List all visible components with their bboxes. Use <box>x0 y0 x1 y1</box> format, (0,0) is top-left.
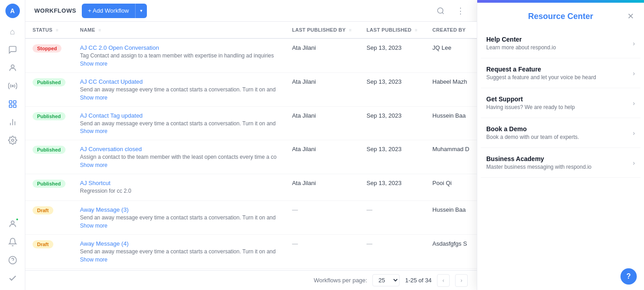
resource-item-3[interactable]: Book a Demo Book a demo with our team of… <box>481 118 640 148</box>
workflow-desc: Send an away message every time a contac… <box>80 214 277 222</box>
show-more-link[interactable]: Show more <box>80 95 277 101</box>
workflow-desc: Send an away message every time a contac… <box>80 120 277 128</box>
last-published-by-cell: Ata Jilani <box>285 140 359 174</box>
chevron-right-icon: › <box>633 70 635 77</box>
svg-point-1 <box>12 85 13 86</box>
reports-icon[interactable] <box>5 114 21 130</box>
status-badge: Published <box>33 112 66 120</box>
name-cell: AJ CC 2.0 Open Conversation Tag Contact … <box>73 38 285 72</box>
created-by-cell: Muhammad D <box>425 140 477 174</box>
svg-rect-4 <box>9 105 12 108</box>
svg-point-10 <box>11 221 14 224</box>
add-workflow-button[interactable]: + Add Workflow ▾ <box>82 4 147 18</box>
last-published-column-header[interactable]: LAST PUBLISHED ≡ <box>359 22 425 38</box>
workflow-desc: Assign a contact to the team member with… <box>80 153 277 161</box>
resource-item-2[interactable]: Get Support Having issues? We are ready … <box>481 88 640 118</box>
home-icon[interactable]: ⌂ <box>5 24 21 40</box>
table-row: Published AJ Conversation closed Assign … <box>25 140 477 174</box>
panel-footer: ? <box>477 263 644 290</box>
lp-filter-icon: ≡ <box>415 28 418 33</box>
search-button[interactable] <box>433 4 448 18</box>
resource-item-desc: Suggest a feature and let your voice be … <box>486 74 629 81</box>
status-cell: Published <box>25 72 73 106</box>
table-body: Stopped AJ CC 2.0 Open Conversation Tag … <box>25 38 477 268</box>
resource-item-desc: Learn more about respond.io <box>486 44 629 51</box>
table-header: STATUS ≡ NAME ≡ LAST PUBLISHED BY ≡ LAST… <box>25 22 477 38</box>
close-panel-button[interactable]: ✕ <box>624 10 637 23</box>
name-cell: AJ Contact Tag updated Send an away mess… <box>73 106 285 140</box>
workflow-desc: Send an away message every time a contac… <box>80 248 277 256</box>
resource-item-title: Help Center <box>486 36 629 43</box>
created-by-cell: Hussein Baa <box>425 106 477 140</box>
last-published-cell: — <box>359 234 425 268</box>
show-more-link[interactable]: Show more <box>80 128 277 134</box>
chat-icon[interactable] <box>5 42 21 58</box>
per-page-select[interactable]: 25 50 100 <box>372 274 400 286</box>
resource-item-desc: Having issues? We are ready to help <box>486 104 629 110</box>
workflows-icon[interactable] <box>5 96 21 112</box>
last-published-cell: Sep 13, 2023 <box>359 174 425 201</box>
contacts-icon[interactable] <box>5 60 21 76</box>
workflow-name-link[interactable]: Away Message (4) <box>80 240 277 247</box>
user-online-icon[interactable] <box>5 216 21 232</box>
workflow-name-link[interactable]: AJ CC 2.0 Open Conversation <box>80 44 277 51</box>
resource-item-0[interactable]: Help Center Learn more about respond.io … <box>481 29 640 58</box>
broadcast-icon[interactable] <box>5 78 21 94</box>
name-filter-icon: ≡ <box>99 28 101 33</box>
resource-item-content: Request a Feature Suggest a feature and … <box>486 66 629 81</box>
workflow-name-link[interactable]: AJ CC Contact Updated <box>80 78 277 85</box>
status-cell: Stopped <box>25 38 73 72</box>
settings-icon[interactable] <box>5 132 21 148</box>
chevron-right-icon: › <box>633 159 635 166</box>
checkmark-icon[interactable] <box>5 270 21 286</box>
next-page-button[interactable]: › <box>455 274 468 287</box>
help-badge[interactable]: ? <box>620 268 637 285</box>
status-badge: Published <box>33 180 66 188</box>
show-more-link[interactable]: Show more <box>80 223 277 229</box>
last-published-by-column-header[interactable]: LAST PUBLISHED BY ≡ <box>285 22 359 38</box>
svg-rect-3 <box>13 101 16 104</box>
table-row: Stopped AJ CC 2.0 Open Conversation Tag … <box>25 38 477 72</box>
workflow-desc: Regression for cc 2.0 <box>80 187 277 195</box>
table-footer: Workflows per page: 25 50 100 1-25 of 34… <box>25 270 477 290</box>
table-row: Draft Away Message (4) Send an away mess… <box>25 234 477 268</box>
dropdown-caret-icon[interactable]: ▾ <box>136 8 147 13</box>
chevron-right-icon: › <box>633 129 635 137</box>
table-row: Published AJ Shortcut Regression for cc … <box>25 174 477 201</box>
last-published-by-cell: Ata Jilani <box>285 106 359 140</box>
status-badge: Published <box>33 146 66 154</box>
name-column-header[interactable]: NAME ≡ <box>73 22 285 38</box>
last-published-cell: Sep 13, 2023 <box>359 72 425 106</box>
last-published-by-cell: Ata Jilani <box>285 72 359 106</box>
page-range: 1-25 of 34 <box>405 277 432 284</box>
name-cell: AJ Shortcut Regression for cc 2.0 <box>73 174 285 201</box>
svg-rect-2 <box>9 101 12 104</box>
question-icon[interactable] <box>5 252 21 268</box>
workflow-name-link[interactable]: AJ Shortcut <box>80 180 277 186</box>
status-cell: Published <box>25 106 73 140</box>
created-by-cell: Hussein Baa <box>425 200 477 234</box>
workflow-name-link[interactable]: AJ Contact Tag updated <box>80 112 277 119</box>
resource-item-content: Get Support Having issues? We are ready … <box>486 95 629 110</box>
resource-item-4[interactable]: Business Academy Master business messagi… <box>481 148 640 178</box>
created-by-cell: Habeel Mazh <box>425 72 477 106</box>
bell-icon[interactable] <box>5 234 21 250</box>
svg-point-0 <box>11 65 14 68</box>
show-more-link[interactable]: Show more <box>80 162 277 168</box>
resource-item-desc: Master business messaging with respond.i… <box>486 164 629 170</box>
created-by-column-header[interactable]: CREATED BY <box>425 22 477 38</box>
status-column-header[interactable]: STATUS ≡ <box>25 22 73 38</box>
avatar[interactable]: A <box>5 4 20 18</box>
chevron-right-icon: › <box>633 100 635 107</box>
prev-page-button[interactable]: ‹ <box>437 274 450 287</box>
resource-item-content: Book a Demo Book a demo with our team of… <box>486 125 629 140</box>
workflow-name-link[interactable]: AJ Conversation closed <box>80 146 277 152</box>
table-row: Published AJ Contact Tag updated Send an… <box>25 106 477 140</box>
more-options-button[interactable]: ⋮ <box>453 4 468 18</box>
resource-item-1[interactable]: Request a Feature Suggest a feature and … <box>481 58 640 88</box>
show-more-link[interactable]: Show more <box>80 257 277 263</box>
per-page-label: Workflows per page: <box>314 277 367 284</box>
show-more-link[interactable]: Show more <box>80 61 277 67</box>
last-published-cell: Sep 13, 2023 <box>359 38 425 72</box>
workflow-name-link[interactable]: Away Message (3) <box>80 206 277 213</box>
